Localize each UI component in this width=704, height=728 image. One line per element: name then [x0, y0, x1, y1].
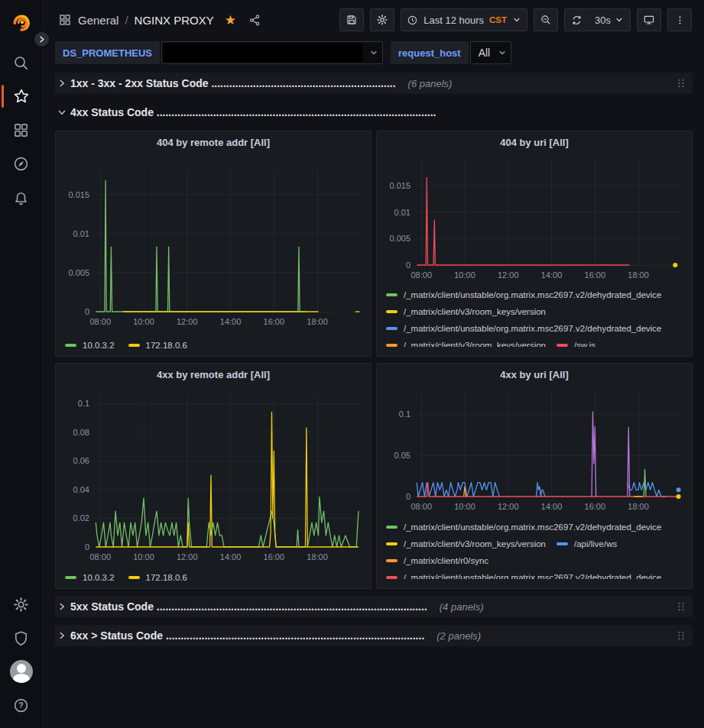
- share-icon[interactable]: [248, 14, 261, 27]
- grafana-logo-icon: [11, 11, 31, 31]
- sidebar-item-search[interactable]: [0, 46, 43, 79]
- legend-item[interactable]: 172.18.0.6: [128, 571, 187, 584]
- legend-item[interactable]: /_matrix/client/v3/room_keys/version: [386, 305, 546, 319]
- legend-swatch: [386, 310, 397, 313]
- chevron-down-icon: [512, 15, 521, 24]
- legend-item[interactable]: /_matrix/client/v3/room_keys/version: [386, 537, 546, 551]
- legend-label: 10.0.3.2: [83, 338, 115, 352]
- legend-swatch: [386, 327, 397, 330]
- legend-swatch: [386, 344, 397, 347]
- legend-label: /_matrix/client/r0/sync: [404, 554, 488, 568]
- expand-sidebar-button[interactable]: [33, 31, 50, 48]
- panel-title[interactable]: 4xx by remote addr [All]: [62, 364, 365, 385]
- panel-title[interactable]: 404 by uri [All]: [383, 131, 686, 153]
- legend-label: 172.18.0.6: [146, 338, 187, 352]
- time-series-chart[interactable]: 08:0010:0012:0014:0016:0018:0000.020.040…: [62, 385, 365, 568]
- legend-item[interactable]: 10.0.3.2: [65, 338, 115, 352]
- legend-swatch: [386, 526, 397, 529]
- favorite-star-icon[interactable]: ★: [225, 14, 236, 27]
- panel-grid: 404 by remote addr [All] 08:0010:0012:00…: [55, 131, 693, 589]
- legend-item[interactable]: /sw.js: [556, 338, 595, 347]
- dashboard-settings-button[interactable]: [370, 8, 394, 31]
- legend-item[interactable]: 172.18.0.6: [128, 338, 187, 352]
- legend-item[interactable]: /api/live/ws: [556, 537, 617, 551]
- row-5xx-status-code[interactable]: 5xx Status Code ........................…: [55, 596, 693, 617]
- more-options-button[interactable]: [667, 8, 692, 31]
- variable-request-host: request_host All: [391, 41, 511, 64]
- refresh-button[interactable]: [565, 9, 589, 31]
- svg-text:08:00: 08:00: [410, 502, 432, 511]
- refresh-interval-picker[interactable]: 30s: [589, 9, 630, 31]
- svg-text:0.01: 0.01: [73, 229, 89, 238]
- svg-text:18:00: 18:00: [307, 317, 328, 326]
- row-1xx-3xx-2xx-status-code[interactable]: 1xx - 3xx - 2xx Status Code ............…: [55, 73, 693, 94]
- request-host-variable-select[interactable]: All: [470, 41, 511, 64]
- row-panel-count: (2 panels): [436, 630, 481, 642]
- sidebar-item-server-admin[interactable]: [0, 621, 43, 655]
- sidebar-item-configuration[interactable]: [0, 587, 43, 621]
- sidebar-item-alerting[interactable]: [0, 180, 43, 214]
- legend-item[interactable]: /_matrix/client/v3/room_keys/version: [386, 338, 546, 347]
- zoom-out-icon: [540, 14, 552, 26]
- legend-item[interactable]: /_matrix/client/r0/sync: [386, 554, 488, 568]
- svg-text:16:00: 16:00: [264, 552, 285, 561]
- save-dashboard-button[interactable]: [339, 8, 364, 31]
- request-host-variable-label[interactable]: request_host: [391, 41, 469, 64]
- breadcrumb-folder[interactable]: General: [78, 14, 118, 27]
- svg-text:0.005: 0.005: [389, 234, 410, 243]
- row-drag-handle[interactable]: [673, 75, 689, 92]
- svg-text:0: 0: [406, 492, 410, 501]
- row-drag-handle[interactable]: [673, 598, 689, 615]
- sidebar-item-help[interactable]: ?: [0, 688, 43, 722]
- row-title: 1xx - 3xx - 2xx Status Code ............…: [70, 77, 396, 89]
- svg-text:0.015: 0.015: [68, 190, 89, 199]
- legend-label: 10.0.3.2: [83, 571, 115, 584]
- svg-text:?: ?: [18, 700, 23, 710]
- time-series-chart[interactable]: 08:0010:0012:0014:0016:0018:0000.050.1: [383, 385, 686, 518]
- time-range-picker[interactable]: Last 12 hours CST: [401, 8, 527, 31]
- panel-404-by-uri: 404 by uri [All] 08:0010:0012:0014:0016:…: [376, 131, 693, 357]
- time-series-chart[interactable]: 08:0010:0012:0014:0016:0018:0000.0050.01…: [383, 153, 686, 286]
- refresh-icon: [571, 15, 582, 26]
- sidebar-item-starred[interactable]: [0, 79, 43, 113]
- row-4xx-status-code[interactable]: 4xx Status Code ........................…: [55, 102, 693, 123]
- sidebar-item-explore[interactable]: [0, 147, 43, 180]
- svg-text:0: 0: [85, 542, 89, 552]
- svg-text:12:00: 12:00: [177, 552, 198, 561]
- time-series-chart[interactable]: 08:0010:0012:0014:0016:0018:0000.0050.01…: [62, 153, 365, 336]
- legend-item[interactable]: /_matrix/client/unstable/org.matrix.msc2…: [386, 322, 662, 335]
- legend-item[interactable]: /_matrix/client/unstable/org.matrix.msc2…: [386, 520, 662, 534]
- datasource-variable-select[interactable]: [161, 41, 383, 64]
- legend-label: /_matrix/client/unstable/org.matrix.msc2…: [404, 322, 662, 335]
- save-icon: [346, 14, 358, 26]
- panel-title[interactable]: 404 by remote addr [All]: [62, 131, 365, 153]
- sidebar-item-profile[interactable]: [0, 655, 43, 688]
- svg-text:14:00: 14:00: [220, 552, 242, 561]
- chart-legend: 10.0.3.2172.18.0.6: [62, 568, 365, 584]
- row-drag-handle[interactable]: [673, 627, 689, 644]
- svg-text:14:00: 14:00: [541, 502, 563, 511]
- legend-item[interactable]: /_matrix/client/unstable/org.matrix.msc2…: [386, 571, 662, 579]
- svg-text:0.005: 0.005: [68, 268, 89, 277]
- clock-icon: [407, 15, 418, 26]
- svg-text:0: 0: [406, 260, 410, 270]
- legend-item[interactable]: 10.0.3.2: [65, 571, 115, 584]
- svg-text:12:00: 12:00: [177, 317, 198, 326]
- sidebar-item-dashboards[interactable]: [0, 113, 43, 147]
- request-host-value: All: [479, 47, 491, 59]
- chevron-right-icon: [37, 35, 46, 44]
- svg-text:10:00: 10:00: [133, 317, 154, 326]
- svg-text:12:00: 12:00: [498, 502, 519, 511]
- panel-title[interactable]: 4xx by uri [All]: [383, 364, 686, 385]
- row-title: 4xx Status Code ........................…: [70, 106, 436, 118]
- chevron-down-icon: [369, 48, 378, 57]
- chevron-down-icon: [498, 48, 507, 57]
- zoom-out-button[interactable]: [534, 8, 558, 31]
- cycle-view-mode-button[interactable]: [637, 8, 661, 31]
- chevron-right-icon: [57, 630, 67, 641]
- legend-item[interactable]: /_matrix/client/unstable/org.matrix.msc2…: [386, 288, 662, 302]
- main-area: General / NGINX PROXY ★: [43, 0, 704, 728]
- datasource-variable-label[interactable]: DS_PROMETHEUS: [55, 41, 160, 64]
- row-6xx-status-code[interactable]: 6xx > Status Code ......................…: [55, 625, 693, 646]
- legend-label: /api/live/ws: [574, 537, 617, 551]
